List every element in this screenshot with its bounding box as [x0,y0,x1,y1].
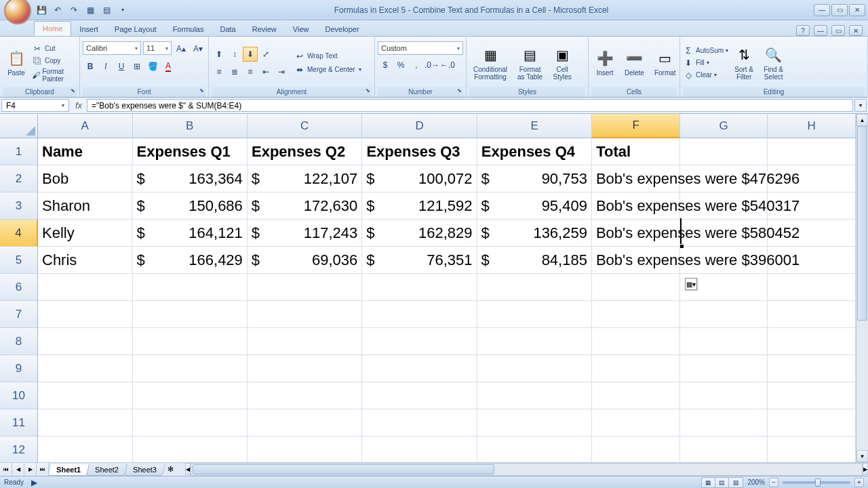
col-header-A[interactable]: A [38,114,133,138]
cell[interactable]: Expenses Q1 [133,138,248,165]
maximize-button[interactable]: ▭ [831,4,848,16]
cell[interactable] [768,138,856,165]
cell[interactable] [133,409,248,436]
cell[interactable]: $100,072 [362,165,477,192]
cell[interactable] [477,301,592,328]
cell[interactable] [768,301,856,328]
cell[interactable]: Sharon [38,192,132,220]
cell[interactable]: $90,753 [477,165,592,192]
cell[interactable]: Bob's expenses were $396001 [592,247,680,274]
cell[interactable] [133,436,248,462]
scroll-left-icon[interactable]: ◀ [185,463,191,475]
scroll-up-icon[interactable]: ▲ [856,114,868,126]
cell[interactable]: Expenses Q3 [362,138,477,165]
cell[interactable]: $166,429 [132,247,247,274]
indent-inc-icon[interactable]: ⇥ [274,64,289,79]
row-header-11[interactable]: 11 [0,409,38,436]
cell[interactable] [768,274,856,301]
fill-color-button[interactable]: 🪣 [145,59,160,74]
cell[interactable]: Bob's expenses were $580452 [592,220,680,247]
cell[interactable] [477,328,592,355]
cell[interactable] [248,382,362,409]
cell[interactable]: $121,592 [362,192,477,220]
cell[interactable] [133,355,248,382]
cell[interactable]: Expenses Q4 [477,138,592,165]
office-button[interactable] [4,0,31,24]
tab-prev-icon[interactable]: ◀ [12,463,24,476]
cell[interactable] [680,436,768,462]
cell[interactable] [248,436,362,462]
minimize-button[interactable]: — [814,4,830,16]
row-header-2[interactable]: 2 [0,165,38,192]
italic-button[interactable]: I [98,59,113,74]
border-button[interactable]: ⊞ [130,59,144,74]
copy-button[interactable]: ⿻Copy [32,56,77,66]
cell[interactable] [592,328,680,355]
cell[interactable]: Kelly [38,220,132,247]
cell[interactable] [38,274,133,301]
scroll-right-icon[interactable]: ▶ [863,463,868,475]
cell[interactable] [477,355,592,382]
cell[interactable]: Bob's expenses were $540317 [592,192,680,220]
autofill-options-icon[interactable]: ▦▾ [685,278,697,290]
row-header-5[interactable]: 5 [0,247,38,274]
cell[interactable]: $136,259 [477,220,592,247]
sort-filter-button[interactable]: ⇅Sort & Filter [730,44,757,82]
align-middle-icon[interactable]: ↕ [227,47,242,62]
cell[interactable] [477,409,592,436]
fx-button[interactable]: fx [71,98,87,113]
cell[interactable]: $122,107 [248,165,362,192]
new-sheet-button[interactable]: ✻ [163,463,178,476]
cell[interactable] [768,355,856,382]
horizontal-scrollbar[interactable]: ◀ ▶ [185,463,868,476]
insert-cells-button[interactable]: ➕Insert [591,47,618,78]
cell[interactable] [680,382,768,409]
number-format-combo[interactable]: Custom▾ [378,41,463,55]
cell[interactable] [592,274,680,301]
merge-center-button[interactable]: ⬌Merge & Center▾ [294,64,361,75]
find-select-button[interactable]: 🔍Find & Select [760,44,787,82]
format-cells-button[interactable]: ▭Format [650,47,680,78]
shrink-font-icon[interactable]: A▾ [191,41,205,56]
zoom-slider[interactable] [783,481,850,484]
scroll-thumb[interactable] [193,464,494,474]
cell[interactable]: Bob [38,165,132,192]
paste-button[interactable]: 📋 Paste [3,47,30,78]
dec-decimal-icon[interactable]: ←.0 [440,58,455,73]
cell[interactable] [592,409,680,436]
page-break-icon[interactable]: ▧ [729,478,743,487]
align-bottom-icon[interactable]: ⬇ [243,47,258,62]
row-header-9[interactable]: 9 [0,355,38,382]
cell[interactable] [38,301,133,328]
cell-styles-button[interactable]: ▣Cell Styles [549,44,576,82]
format-painter-button[interactable]: 🖌Format Painter [32,68,77,83]
macro-rec-icon[interactable]: ▶ [29,477,40,488]
underline-button[interactable]: U [114,59,129,74]
cell[interactable] [768,328,856,355]
expand-formula-icon[interactable]: ▾ [854,99,867,112]
close-button[interactable]: ✕ [849,4,865,16]
row-header-4[interactable]: 4 [0,220,38,247]
cell[interactable] [680,328,768,355]
cell[interactable] [38,409,133,436]
row-header-1[interactable]: 1 [0,138,38,165]
cell[interactable] [362,355,477,382]
col-header-B[interactable]: B [133,114,248,138]
col-header-D[interactable]: D [362,114,477,138]
cell[interactable] [362,301,477,328]
page-layout-icon[interactable]: ▤ [715,478,729,487]
comma-icon[interactable]: , [409,58,424,73]
bold-button[interactable]: B [83,59,98,74]
cell[interactable] [477,436,592,462]
cell[interactable] [38,382,133,409]
align-left-icon[interactable]: ≡ [212,64,226,79]
redo-icon[interactable]: ↷ [68,4,80,16]
row-header-8[interactable]: 8 [0,328,38,355]
undo-icon[interactable]: ↶ [52,4,64,16]
delete-cells-button[interactable]: ➖Delete [620,47,648,78]
cell[interactable] [248,355,362,382]
cell[interactable] [38,328,133,355]
grow-font-icon[interactable]: A▴ [174,41,189,56]
scroll-thumb[interactable] [857,126,867,321]
tab-formulas[interactable]: Formulas [165,22,212,36]
